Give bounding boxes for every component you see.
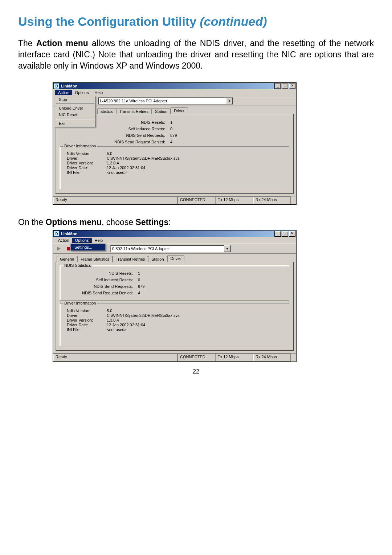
tab-station[interactable]: Station — [148, 256, 167, 262]
self-induced-resets-label: Self Induced Resets: — [64, 278, 138, 282]
tabstrip: General Frame Statistics Transmit Retrie… — [55, 255, 294, 262]
adapter-text: L-A520 802.11a Wireless PCI Adapter — [98, 99, 226, 103]
mid-post: : — [168, 217, 171, 227]
mid-pre: On the — [18, 217, 45, 227]
combo-dropdown-button[interactable]: ▼ — [226, 98, 233, 104]
driver-date-value: 12 Jan 2002 02:31:04 — [107, 166, 145, 170]
tab-driver[interactable]: Driver — [167, 255, 184, 262]
driver-information-legend: Driver Information — [63, 301, 97, 305]
menu-help[interactable]: Help — [92, 90, 106, 95]
app-icon: D — [54, 83, 60, 89]
driver-path-label: Driver: — [67, 313, 107, 318]
start-button[interactable] — [55, 245, 62, 252]
mid-bold2: Settings — [135, 217, 168, 227]
action-unload-driver[interactable]: Unload Driver — [55, 105, 95, 111]
dropdown-separator — [56, 103, 94, 104]
tab-atistics-partial[interactable]: atistics — [97, 108, 116, 114]
ndis-send-requests-label: NDIS Send Requests: — [64, 284, 138, 289]
menubar: Action Options Help ↖ Settings... — [53, 237, 296, 244]
menu-help[interactable]: Help — [92, 238, 106, 243]
title-continued: (continued) — [200, 15, 267, 28]
tab-driver[interactable]: Driver — [171, 107, 188, 114]
driver-date-value: 12 Jan 2002 02:31:04 — [107, 323, 145, 327]
status-tx: Tx 12 Mbps — [215, 196, 253, 204]
titlebar[interactable]: D LinkMon _ ☐ ✕ — [53, 230, 296, 237]
maximize-button[interactable]: ☐ — [282, 83, 288, 89]
menu-action[interactable]: Action — [55, 90, 72, 95]
status-ready: Ready — [53, 354, 177, 362]
options-instruction: On the Options menu, choose Settings: — [18, 217, 374, 227]
ini-file-value: <not used> — [107, 170, 127, 175]
menu-options[interactable]: Options — [72, 90, 92, 95]
driver-date-label: Driver Date: — [67, 323, 107, 327]
options-dropdown: Settings... — [70, 244, 106, 251]
ndis-resets-label: NDIS Resets: — [64, 271, 138, 276]
ndis-send-denied-label: NDIS Send Request Denied: — [96, 140, 170, 144]
driver-path-label: Driver: — [67, 156, 107, 160]
self-induced-resets-value: 0 — [138, 278, 140, 282]
action-exit[interactable]: Exit — [55, 120, 95, 127]
ini-file-label: INI File: — [67, 170, 107, 175]
ndis-send-denied-value: 4 — [138, 291, 140, 295]
tab-transmit-retries[interactable]: Transmit Retries — [116, 108, 152, 114]
driver-version-label: Driver Version: — [67, 161, 107, 165]
menu-options[interactable]: Options — [72, 238, 92, 243]
adapter-text: 0 802.11a Wireless PCI Adapter — [111, 246, 224, 251]
tab-frame-statistics[interactable]: Frame Statistics — [77, 256, 113, 262]
intro-pre: The — [18, 38, 36, 48]
ndis-statistics-group: NDIS Statistics NDIS Resets:1 Self Induc… — [60, 266, 289, 301]
app-icon: D — [54, 231, 60, 237]
statusbar: Ready CONNECTED Tx 12 Mbps Rx 24 Mbps — [53, 353, 296, 362]
ndis-version-value: 5.0 — [107, 151, 112, 156]
driver-information-group: Driver Information Ndis Version:5.0 Driv… — [60, 303, 289, 346]
page-number: 22 — [18, 368, 374, 375]
statusbar: Ready CONNECTED Tx 12 Mbps Rx 24 Mbps — [53, 196, 296, 204]
ndis-send-denied-label: NDIS Send Request Denied: — [64, 291, 138, 295]
tab-panel-driver: NDIS Statistics NDIS Resets:1 Self Induc… — [55, 262, 294, 351]
adapter-combobox[interactable]: L-A520 802.11a Wireless PCI Adapter ▼ — [98, 97, 233, 105]
status-ready: Ready — [53, 196, 177, 204]
ndis-send-requests-value: 879 — [170, 133, 177, 138]
driver-date-label: Driver Date: — [67, 166, 107, 170]
driver-path-value: C:\WINNT\System32\DRIVERS\a3ax.sys — [107, 156, 180, 160]
dropdown-separator — [56, 119, 94, 119]
mid-mid: , choose — [102, 217, 135, 227]
menu-action[interactable]: Action — [55, 238, 72, 243]
ndis-resets-label: NDIS Resets: — [96, 120, 170, 125]
tab-transmit-retries[interactable]: Transmit Retries — [113, 256, 148, 262]
action-stop[interactable]: Stop — [55, 96, 95, 103]
driver-path-value: C:\WINNT\System32\DRIVERS\a3ax.sys — [107, 313, 180, 318]
status-connected: CONNECTED — [177, 196, 215, 204]
tab-general[interactable]: General — [57, 256, 77, 262]
ndis-version-label: Ndis Version: — [67, 309, 107, 313]
self-induced-resets-value: 0 — [170, 127, 172, 131]
ndis-resets-value: 1 — [170, 120, 172, 125]
action-dropdown: Stop Unload Driver NIC Reset Exit — [55, 96, 95, 127]
status-rx: Rx 24 Mbps — [253, 354, 291, 362]
close-button[interactable]: ✕ — [289, 231, 295, 237]
ndis-version-label: Ndis Version: — [67, 151, 107, 156]
close-button[interactable]: ✕ — [289, 83, 295, 89]
ndis-send-requests-value: 879 — [138, 284, 144, 289]
ndis-send-denied-value: 4 — [170, 140, 172, 144]
ndis-send-requests-label: NDIS Send Requests: — [96, 133, 170, 138]
tab-station[interactable]: Station — [152, 108, 171, 114]
adapter-combobox[interactable]: 0 802.11a Wireless PCI Adapter ▼ — [110, 245, 231, 252]
self-induced-resets-label: Self Induced Resets: — [96, 127, 170, 131]
minimize-button[interactable]: _ — [274, 83, 281, 89]
minimize-button[interactable]: _ — [274, 231, 281, 237]
titlebar[interactable]: D LinkMon _ ☐ ✕ — [53, 83, 296, 89]
ndis-version-value: 5.0 — [107, 309, 112, 313]
driver-version-value: 1.3.0.4 — [107, 318, 119, 322]
driver-version-value: 1.3.0.4 — [107, 161, 119, 165]
status-rx: Rx 24 Mbps — [253, 196, 291, 204]
options-settings[interactable]: Settings... — [71, 244, 105, 250]
status-tx: Tx 12 Mbps — [215, 354, 253, 362]
ndis-statistics-legend: NDIS Statistics — [63, 263, 92, 268]
maximize-button[interactable]: ☐ — [282, 231, 288, 237]
driver-version-label: Driver Version: — [67, 318, 107, 322]
driver-information-group: Driver Information Ndis Version:5.0 Driv… — [60, 146, 289, 189]
combo-dropdown-button[interactable]: ▼ — [224, 245, 230, 252]
intro-paragraph: The Action menu allows the unloading of … — [18, 38, 374, 72]
action-nic-reset[interactable]: NIC Reset — [55, 111, 95, 118]
